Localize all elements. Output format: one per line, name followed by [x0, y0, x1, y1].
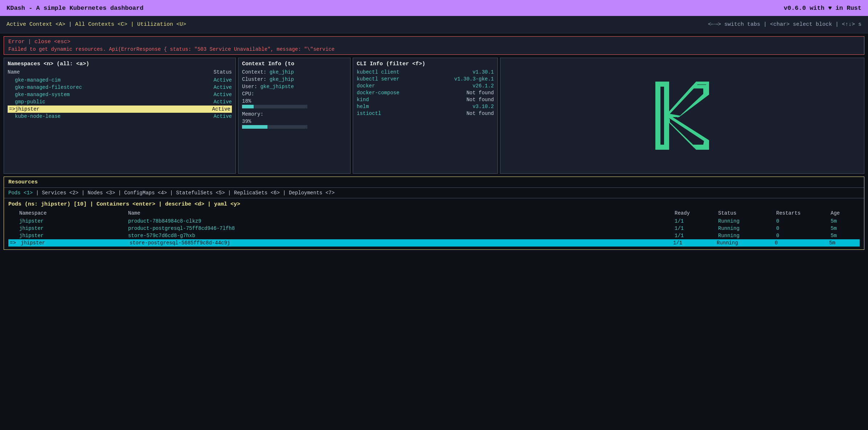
ns-status: Active — [212, 106, 230, 112]
ns-row[interactable]: gmp-public Active — [8, 98, 232, 106]
pods-rows: jhipster product-78b84984c8-clkz9 1/1 Ru… — [8, 218, 860, 247]
pod-status: Running — [718, 226, 776, 231]
cli-panel: CLI Info (filter <f>) kubectl client v1.… — [353, 58, 498, 174]
nav-bar: Active Context <A> | All Contexts <C> | … — [0, 16, 868, 33]
pod-row[interactable]: jhipster store-579c7d6cd8-g7hxb 1/1 Runn… — [8, 232, 860, 239]
tab-pods[interactable]: Pods <1> — [8, 190, 33, 196]
memory-progress-fill — [242, 125, 267, 129]
tab-separator-1: | — [36, 190, 42, 196]
context-context: Context: gke_jhip — [242, 69, 347, 75]
cli-row: docker v26.1.2 — [357, 83, 494, 89]
pods-table-header: Namespace Name Ready Status Restarts Age — [8, 210, 860, 216]
cli-tool-version: v3.10.2 — [472, 104, 494, 109]
logo-panel — [500, 58, 864, 174]
cli-rows: kubectl client v1.30.1 kubectl server v1… — [357, 69, 494, 116]
ns-row[interactable]: kube-node-lease Active — [8, 113, 232, 120]
pod-status: Running — [717, 240, 775, 246]
ns-arrow: => — [9, 106, 15, 112]
ns-col-status: Status — [214, 69, 232, 75]
pods-col-restarts: Restarts — [776, 210, 831, 216]
ns-rows: gke-managed-cim Active gke-managed-files… — [8, 77, 232, 120]
cpu-progress-bar — [242, 105, 307, 108]
tab-separator-3: | — [118, 190, 124, 196]
pods-col-namespace: Namespace — [19, 210, 128, 216]
namespaces-table: Name Status gke-managed-cim Active gke-m… — [8, 69, 232, 120]
pod-name: store-579c7d6cd8-g7hxb — [128, 233, 675, 239]
pod-restarts: 0 — [775, 240, 829, 246]
cli-tool-name: docker-compose — [357, 90, 400, 96]
ns-name: gke-managed-system — [8, 92, 214, 98]
context-panel: Context Info (to Context: gke_jhip Clust… — [238, 58, 351, 174]
cli-tool-name: helm — [357, 104, 369, 109]
tab-services[interactable]: Services <2> — [42, 190, 78, 196]
resources-tabs[interactable]: Pods <1> | Services <2> | Nodes <3> | Co… — [4, 188, 864, 198]
cli-tool-version: Not found — [466, 111, 494, 116]
ns-status: Active — [214, 99, 232, 105]
tab-replicasets[interactable]: ReplicaSets <6> — [234, 190, 280, 196]
title-bar: KDash - A simple Kubernetes dashboard v0… — [0, 0, 868, 16]
pod-arrow: => — [10, 240, 21, 246]
ns-name: gke-managed-filestorec — [8, 84, 214, 90]
cli-tool-version: v1.30.3-gke.1 — [454, 76, 494, 82]
cli-tool-name: kubectl server — [357, 76, 400, 82]
ns-name: gke-managed-cim — [8, 77, 214, 83]
error-panel: Error | close <esc> Failed to get dynami… — [4, 36, 864, 55]
cli-row: kind Not found — [357, 97, 494, 103]
pod-row[interactable]: => jhipster store-postgresql-5685ff9c8d-… — [8, 239, 860, 247]
pod-ready: 1/1 — [675, 226, 718, 231]
pod-restarts: 0 — [776, 233, 831, 239]
pods-title: Pods (ns: jhipster) [10] | Containers <e… — [8, 201, 860, 207]
pod-namespace: jhipster — [19, 226, 128, 231]
tab-separator-6: | — [283, 190, 289, 196]
tab-deployments[interactable]: Deployments <7> — [289, 190, 335, 196]
ns-row[interactable]: => jhipster Active — [8, 106, 232, 113]
context-cluster: Cluster: gke_jhip — [242, 77, 347, 82]
pod-age: 5m — [831, 218, 860, 224]
svg-rect-7 — [660, 87, 664, 145]
app-title: KDash - A simple Kubernetes dashboard — [7, 5, 143, 12]
nav-shortcuts: <←→> switch tabs | <char> select block |… — [708, 21, 861, 28]
memory-progress-bar — [242, 125, 307, 129]
ns-name: kube-node-lease — [8, 113, 214, 119]
pod-ready: 1/1 — [675, 233, 718, 239]
tab-separator-4: | — [170, 190, 176, 196]
cli-tool-name: kind — [357, 97, 369, 103]
cluster-label: Cluster: — [242, 77, 270, 82]
pod-ready: 1/1 — [673, 240, 717, 246]
ns-status: Active — [214, 113, 232, 119]
tab-configmaps[interactable]: ConfigMaps <4> — [124, 190, 167, 196]
cli-row: kubectl client v1.30.1 — [357, 69, 494, 75]
resources-section: Resources Pods <1> | Services <2> | Node… — [4, 177, 864, 250]
ns-row[interactable]: gke-managed-cim Active — [8, 77, 232, 84]
ns-row[interactable]: gke-managed-system Active — [8, 91, 232, 98]
cli-tool-name: kubectl client — [357, 69, 400, 75]
cli-tool-name: istioctl — [357, 111, 381, 116]
cluster-value: gke_jhip — [270, 77, 294, 82]
pod-row[interactable]: jhipster product-78b84984c8-clkz9 1/1 Ru… — [8, 218, 860, 225]
pod-row[interactable]: jhipster product-postgresql-75ff8cd946-7… — [8, 225, 860, 232]
k-logo-svg — [653, 79, 711, 152]
error-title[interactable]: Error | close <esc> — [8, 39, 860, 45]
pods-col-ready: Ready — [675, 210, 718, 216]
pod-restarts: 0 — [776, 218, 831, 224]
pod-namespace: jhipster — [19, 218, 128, 224]
ns-row[interactable]: gke-managed-filestorec Active — [8, 84, 232, 91]
pod-namespace: jhipster — [19, 233, 128, 239]
pod-name: store-postgresql-5685ff9c8d-44c9j — [130, 240, 673, 246]
ns-status: Active — [214, 84, 232, 90]
cpu-row: 18% — [242, 98, 347, 108]
namespaces-panel: Namespaces <n> (all: <a>) Name Status gk… — [4, 58, 236, 174]
context-value: gke_jhip — [270, 69, 294, 75]
tab-nodes[interactable]: Nodes <3> — [87, 190, 115, 196]
pod-name: product-postgresql-75ff8cd946-7lfh8 — [128, 226, 675, 231]
tab-separator-2: | — [82, 190, 88, 196]
memory-percent: 39% — [242, 119, 251, 124]
pod-restarts: 0 — [776, 226, 831, 231]
context-user: User: gke_jhipste — [242, 84, 347, 90]
cli-row: kubectl server v1.30.3-gke.1 — [357, 76, 494, 82]
pods-col-name: Name — [128, 210, 675, 216]
pod-age: 5m — [831, 226, 860, 231]
nav-tabs[interactable]: Active Context <A> | All Contexts <C> | … — [7, 21, 186, 28]
tab-statefulsets[interactable]: StatefulSets <5> — [176, 190, 225, 196]
pod-status: Running — [718, 233, 776, 239]
